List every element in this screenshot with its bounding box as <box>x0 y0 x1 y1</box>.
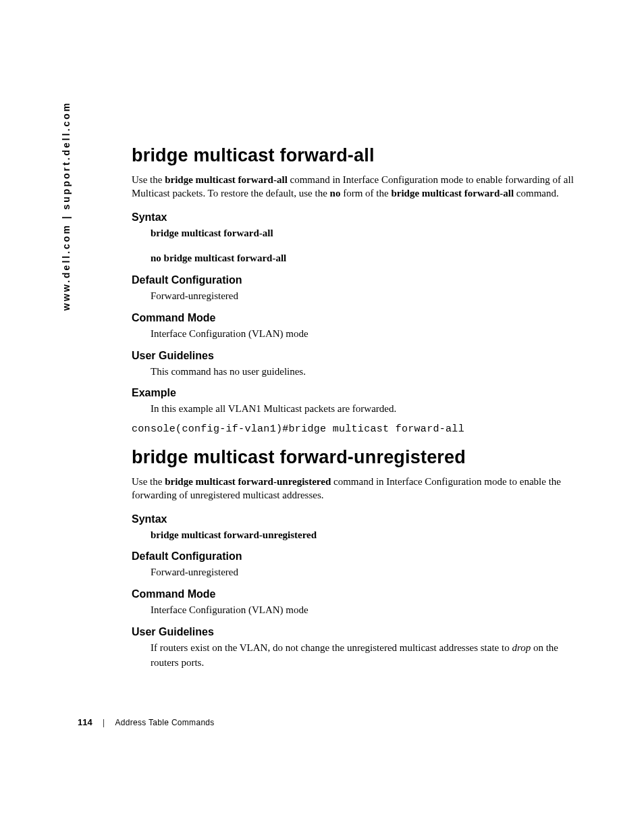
side-url-text: www.dell.com | support.dell.com <box>61 101 72 311</box>
user-guidelines-text: This command has no user guidelines. <box>151 365 584 380</box>
default-config-heading: Default Configuration <box>132 550 584 563</box>
user-guidelines-heading: User Guidelines <box>132 350 584 362</box>
intro-bold: no <box>330 188 341 199</box>
command-mode-text: Interface Configuration (VLAN) mode <box>151 603 584 618</box>
syntax-line: bridge multicast forward-all <box>151 226 584 241</box>
syntax-heading: Syntax <box>132 513 584 525</box>
code-example: console(config-if-vlan1)#bridge multicas… <box>132 423 584 435</box>
intro-bold: bridge multicast forward-all <box>391 188 514 199</box>
example-text: In this example all VLAN1 Multicast pack… <box>151 402 584 417</box>
intro-bold: bridge multicast forward-all <box>165 174 288 185</box>
section-title: bridge multicast forward-unregistered <box>132 447 584 468</box>
default-config-heading: Default Configuration <box>132 274 584 286</box>
intro-text: Use the <box>132 476 165 487</box>
page-number: 114 <box>78 717 92 727</box>
intro-text: form of the <box>340 188 391 199</box>
main-content: bridge multicast forward-all Use the bri… <box>132 145 584 674</box>
syntax-line: no bridge multicast forward-all <box>151 251 584 266</box>
intro-paragraph: Use the bridge multicast forward-unregis… <box>132 475 584 502</box>
guidelines-text: If routers exist on the VLAN, do not cha… <box>151 642 512 653</box>
page: www.dell.com | support.dell.com bridge m… <box>0 0 644 834</box>
command-mode-text: Interface Configuration (VLAN) mode <box>151 327 584 342</box>
user-guidelines-heading: User Guidelines <box>132 626 584 638</box>
default-config-text: Forward-unregistered <box>151 565 584 580</box>
command-mode-heading: Command Mode <box>132 312 584 324</box>
section-title: bridge multicast forward-all <box>132 145 584 166</box>
page-footer: 114 | Address Table Commands <box>78 717 215 727</box>
footer-chapter: Address Table Commands <box>115 718 215 727</box>
example-heading: Example <box>132 387 584 399</box>
intro-paragraph: Use the bridge multicast forward-all com… <box>132 173 584 201</box>
intro-text: command. <box>514 188 559 199</box>
default-config-text: Forward-unregistered <box>151 289 584 304</box>
syntax-heading: Syntax <box>132 211 584 224</box>
intro-bold: bridge multicast forward-unregistered <box>165 476 331 487</box>
user-guidelines-text: If routers exist on the VLAN, do not cha… <box>151 641 584 671</box>
guidelines-italic: drop <box>512 642 531 653</box>
footer-separator: | <box>103 718 105 727</box>
syntax-line: bridge multicast forward-unregistered <box>151 528 584 543</box>
intro-text: Use the <box>132 174 165 185</box>
command-mode-heading: Command Mode <box>132 588 584 600</box>
